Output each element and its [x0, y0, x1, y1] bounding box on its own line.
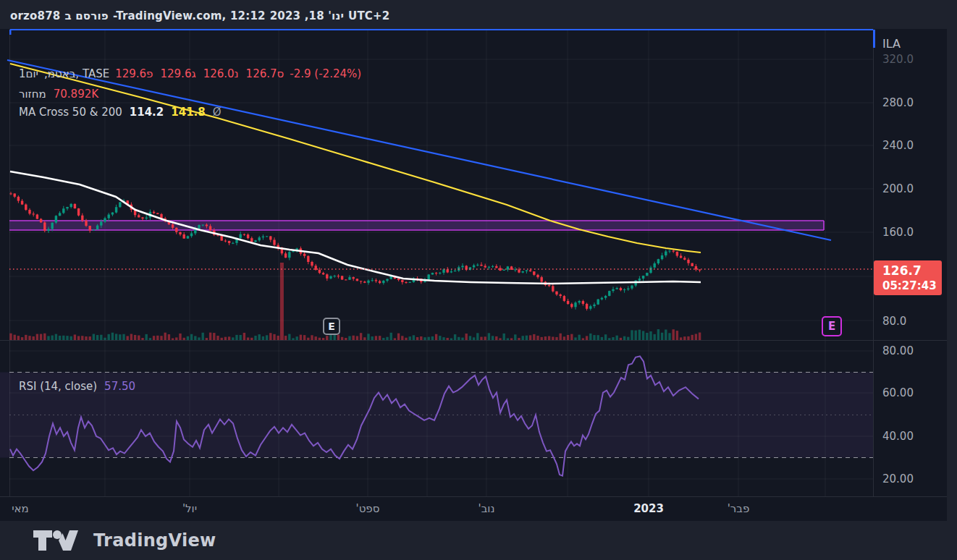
volume-bar	[36, 334, 38, 340]
symbol-legend[interactable]: 1יום ,באטמ, TASE פ129.6ג129.6נ126.0ס126.…	[19, 67, 361, 80]
pane-separator[interactable]	[0, 340, 947, 341]
candle-body	[397, 279, 400, 280]
candle-body	[258, 237, 261, 240]
volume-bar	[43, 334, 46, 340]
volume-bar	[503, 334, 505, 340]
rsi-label[interactable]: RSI (14, close)	[19, 380, 97, 393]
candle-body	[654, 263, 656, 268]
volume-bar	[213, 333, 215, 340]
candle-body	[495, 266, 497, 268]
candle-body	[476, 265, 478, 266]
volume-label[interactable]: מחזור	[19, 88, 46, 101]
candles	[9, 192, 701, 310]
candle-body	[288, 252, 290, 258]
candle-body	[337, 276, 340, 276]
rsi-pane[interactable]	[0, 340, 873, 496]
volume-bar	[235, 335, 237, 340]
volume-bar	[465, 334, 468, 340]
candle-body	[146, 218, 148, 219]
candle-body	[334, 276, 336, 276]
candle-body	[442, 269, 444, 273]
candle-body	[119, 202, 121, 207]
candle-body	[379, 281, 381, 284]
footer: TradingView	[0, 521, 957, 560]
volume-legend[interactable]: מחזור 70.892K	[19, 88, 98, 101]
volume-bar	[695, 334, 697, 340]
volume-bar	[642, 331, 644, 340]
candle-body	[367, 281, 369, 283]
candle-body	[269, 236, 271, 239]
candle-body	[243, 234, 245, 235]
candle-body	[439, 273, 441, 273]
candle-body	[47, 229, 49, 231]
candle-body	[447, 269, 449, 272]
candle-body	[89, 226, 91, 230]
chart-area[interactable]: 1יום ,באטמ, TASE פ129.6ג129.6נ126.0ס126.…	[0, 29, 947, 521]
volume-bar	[209, 333, 211, 340]
volume-bar	[190, 334, 193, 340]
countdown-timer: 05:27:43	[882, 279, 942, 293]
candle-body	[77, 208, 80, 216]
candle-body	[484, 266, 486, 267]
candle-body	[55, 216, 57, 222]
candle-body	[401, 280, 403, 282]
candle-body	[183, 234, 185, 239]
candle-body	[597, 300, 599, 305]
rsi-tick-label: 20.00	[882, 472, 914, 486]
volume-bar	[635, 331, 637, 340]
candle-body	[541, 277, 543, 281]
candle-body	[683, 258, 686, 260]
candle-body	[70, 204, 72, 207]
volume-bar	[699, 333, 701, 340]
volume-bar	[668, 333, 670, 340]
volume-bar	[108, 334, 110, 340]
earnings-estimate-marker[interactable]: E	[822, 316, 842, 336]
candle-body	[224, 241, 227, 242]
brand-name[interactable]: TradingView	[93, 530, 216, 551]
ma-cross-legend[interactable]: MA Cross 50 & 200 114.2 141.8 Ø	[19, 106, 222, 119]
candle-body	[209, 226, 211, 231]
volume-bar	[654, 334, 656, 340]
volume-bar	[300, 335, 302, 340]
candle-body	[480, 265, 482, 266]
earnings-marker[interactable]: E	[323, 318, 340, 335]
candle-body	[518, 269, 520, 272]
volume-bar	[303, 335, 305, 340]
tradingview-logo-icon[interactable]	[33, 530, 79, 551]
candle-body	[43, 222, 46, 231]
candle-body	[507, 266, 509, 269]
candle-body	[382, 281, 384, 283]
candle-body	[574, 302, 576, 307]
candle-body	[21, 201, 23, 205]
volume-bar	[397, 334, 400, 340]
volume-bar	[111, 333, 114, 340]
volume-bar	[93, 334, 95, 340]
candle-body	[586, 304, 588, 309]
time-axis-label: נוב'	[458, 502, 515, 515]
candle-body	[198, 225, 200, 229]
price-tick-label: 200.0	[882, 182, 914, 196]
ma200-value: 141.8	[171, 106, 205, 119]
volume-bar	[589, 334, 591, 340]
volume-bar	[329, 335, 332, 340]
symbol-label[interactable]: ,באטמ, TASE	[44, 67, 109, 80]
candle-body	[555, 292, 557, 294]
price-tick-label: 320.0	[882, 52, 914, 67]
price-axis[interactable]: ILA 320.0280.0240.0200.0160.080.0 126.7 …	[873, 29, 947, 496]
rsi-legend[interactable]: RSI (14, close) 57.50	[19, 380, 135, 393]
time-axis-label: 2023	[620, 502, 678, 515]
volume-bar	[266, 335, 268, 340]
volume-bar	[560, 334, 562, 340]
candle-body	[661, 255, 663, 259]
candle-body	[254, 240, 256, 242]
volume-bar	[130, 334, 132, 340]
ma-settings-icon[interactable]: Ø	[213, 106, 222, 119]
time-axis[interactable]: מאייול'ספט'נוב'2023פבר'	[0, 496, 947, 521]
ma-cross-label[interactable]: MA Cross 50 & 200	[19, 106, 122, 119]
interval-label[interactable]: 1יום	[19, 67, 38, 80]
earnings-estimate-label: E	[828, 320, 835, 333]
candle-body	[59, 213, 61, 216]
volume-bar	[122, 334, 125, 340]
volume-bar	[360, 333, 362, 340]
candle-body	[62, 208, 64, 213]
